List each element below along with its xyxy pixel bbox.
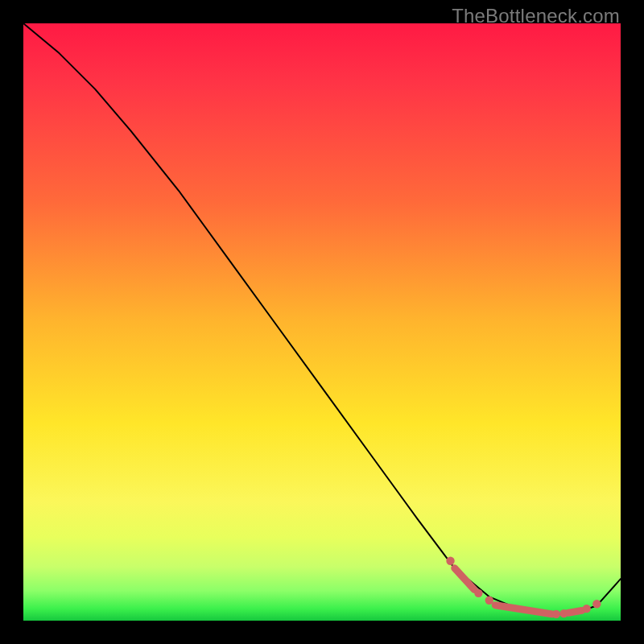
marker-dot xyxy=(583,605,591,613)
marker-dot xyxy=(446,557,454,565)
watermark-text: TheBottleneck.com xyxy=(452,5,620,27)
marker-dot xyxy=(552,610,560,618)
marker-dot xyxy=(474,589,482,597)
marker-segment xyxy=(568,610,582,613)
marker-segment xyxy=(495,605,551,614)
marker-dot xyxy=(592,600,601,608)
chart-curve xyxy=(23,23,621,615)
chart-markers xyxy=(446,557,601,618)
chart-svg xyxy=(23,23,621,621)
chart-plot-area xyxy=(23,23,621,621)
marker-segment xyxy=(455,568,474,590)
chart-frame: TheBottleneck.com xyxy=(0,0,644,644)
